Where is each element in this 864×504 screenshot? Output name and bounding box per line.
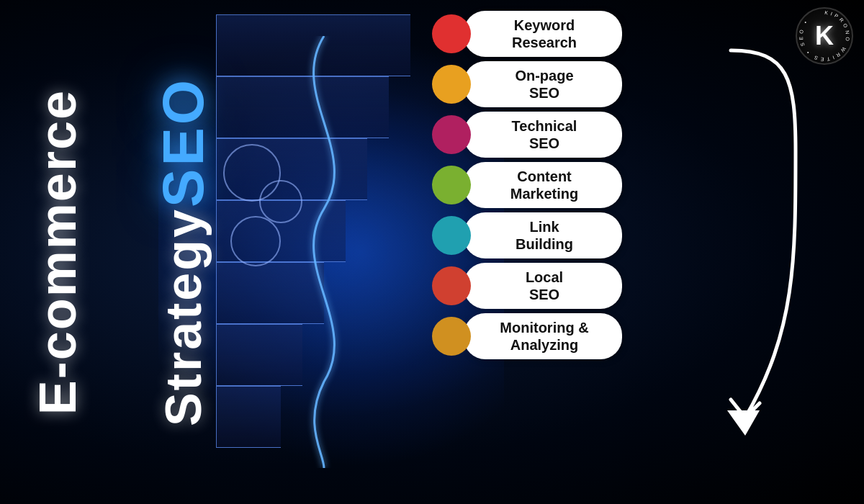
bullet-monitoring-analyzing bbox=[432, 317, 471, 356]
funnel-step-7 bbox=[216, 386, 281, 448]
circle-deco-3 bbox=[230, 216, 281, 266]
label-item-technical-seo: TechnicalSEO bbox=[432, 112, 706, 158]
pill-link-building: LinkBuilding bbox=[464, 212, 622, 258]
bullet-technical-seo bbox=[432, 115, 471, 154]
svg-text:KIPRONO WRITES • SEO •: KIPRONO WRITES • SEO • bbox=[798, 10, 850, 62]
label-item-keyword-research: KeywordResearch bbox=[432, 11, 706, 57]
circle-decorations bbox=[223, 144, 310, 288]
ecommerce-text-container: E-commerce bbox=[0, 0, 115, 504]
logo-badge: KIPRONO WRITES • SEO • K bbox=[796, 7, 853, 65]
bullet-link-building bbox=[432, 216, 471, 255]
funnel-step-1 bbox=[216, 14, 410, 76]
bullet-content-marketing bbox=[432, 166, 471, 204]
main-scene: E-commerce SEO Strategy bbox=[0, 0, 864, 504]
pill-content-marketing: ContentMarketing bbox=[464, 162, 622, 208]
strategy-label: Strategy bbox=[155, 207, 212, 426]
funnel-step-2 bbox=[216, 76, 389, 138]
pill-keyword-research: KeywordResearch bbox=[464, 11, 622, 57]
arrow-decoration bbox=[673, 43, 803, 461]
funnel-step-6 bbox=[216, 324, 302, 386]
label-item-onpage-seo: On-pageSEO bbox=[432, 61, 706, 107]
label-item-monitoring-analyzing: Monitoring &Analyzing bbox=[432, 313, 706, 359]
bullet-onpage-seo bbox=[432, 65, 471, 104]
seo-label: SEO bbox=[155, 77, 212, 207]
label-item-content-marketing: ContentMarketing bbox=[432, 162, 706, 208]
pill-monitoring-analyzing: Monitoring &Analyzing bbox=[464, 313, 622, 359]
bullet-local-seo bbox=[432, 266, 471, 305]
pill-local-seo: LocalSEO bbox=[464, 263, 622, 309]
bullet-keyword-research bbox=[432, 14, 471, 53]
pill-technical-seo: TechnicalSEO bbox=[464, 112, 622, 158]
labels-area: KeywordResearchOn-pageSEOTechnicalSEOCon… bbox=[432, 11, 706, 359]
circle-deco-2 bbox=[259, 180, 302, 223]
label-item-link-building: LinkBuilding bbox=[432, 212, 706, 258]
pill-onpage-seo: On-pageSEO bbox=[464, 61, 622, 107]
ecommerce-title: E-commerce bbox=[28, 89, 87, 415]
label-item-local-seo: LocalSEO bbox=[432, 263, 706, 309]
